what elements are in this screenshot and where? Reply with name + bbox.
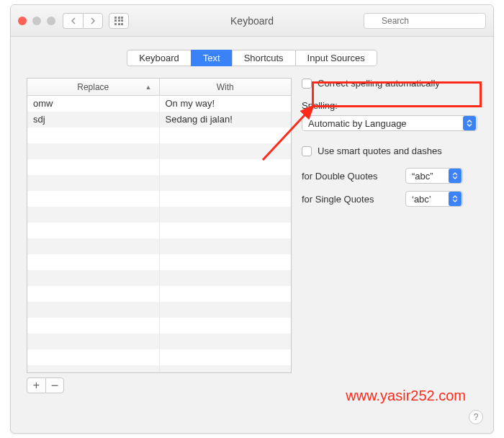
- double-quotes-row: for Double Quotes “abc”: [302, 168, 477, 184]
- titlebar: Keyboard: [11, 5, 493, 37]
- spelling-select[interactable]: Automatic by Language: [302, 115, 477, 131]
- column-replace[interactable]: Replace ▲: [27, 79, 160, 95]
- spelling-label: Spelling:: [302, 100, 477, 111]
- spelling-value: Automatic by Language: [308, 118, 462, 129]
- table-row: [27, 334, 291, 349]
- single-quotes-row: for Single Quotes ‘abc’: [302, 191, 477, 207]
- remove-button[interactable]: −: [45, 377, 64, 393]
- table-footer: + −: [27, 377, 292, 393]
- window-title: Keyboard: [230, 15, 274, 27]
- table-row: [27, 286, 291, 302]
- replacements-table: Replace ▲ With omw On my way! sdj Sedang…: [27, 78, 292, 373]
- cell-with: Sedang di jalan!: [160, 112, 292, 128]
- tab-bar: Keyboard Text Shortcuts Input Sources: [127, 50, 377, 66]
- table-row: [27, 349, 291, 365]
- table-row: [27, 175, 291, 191]
- table-row: [27, 238, 291, 254]
- chevron-left-icon: [71, 17, 76, 24]
- correct-spelling-option[interactable]: Correct spelling automatically: [302, 78, 477, 89]
- smart-quotes-label: Use smart quotes and dashes: [318, 146, 442, 156]
- table-row: [27, 207, 291, 223]
- table-row: [27, 318, 291, 334]
- table-row[interactable]: sdj Sedang di jalan!: [27, 112, 291, 128]
- table-row: [27, 128, 291, 143]
- table-header: Replace ▲ With: [27, 79, 291, 96]
- correct-spelling-label: Correct spelling automatically: [318, 78, 440, 89]
- window-controls: [18, 17, 55, 25]
- double-quotes-value: “abc”: [412, 171, 448, 182]
- select-arrows-icon: [449, 169, 462, 183]
- minimize-button[interactable]: [32, 17, 41, 25]
- single-quotes-select[interactable]: ‘abc’: [405, 191, 463, 207]
- tab-keyboard[interactable]: Keyboard: [127, 50, 191, 66]
- chevron-right-icon: [90, 17, 96, 24]
- add-button[interactable]: +: [27, 377, 45, 393]
- table-row: [27, 191, 291, 207]
- table-row: [27, 302, 291, 318]
- help-button[interactable]: ?: [469, 410, 483, 424]
- zoom-button[interactable]: [47, 17, 55, 25]
- cell-with: On my way!: [160, 96, 292, 112]
- back-button[interactable]: [63, 13, 83, 29]
- table-row: [27, 270, 291, 286]
- search-input[interactable]: [364, 13, 486, 29]
- forward-button[interactable]: [83, 13, 103, 29]
- single-quotes-value: ‘abc’: [412, 194, 448, 205]
- smart-quotes-option[interactable]: Use smart quotes and dashes: [302, 146, 477, 156]
- table-row: [27, 365, 291, 372]
- cell-replace: sdj: [27, 112, 160, 128]
- show-all-button[interactable]: [109, 13, 129, 29]
- column-with[interactable]: With: [160, 79, 292, 95]
- grid-icon: [114, 17, 123, 25]
- preferences-window: Keyboard Keyboard Text Shortcuts Input S…: [10, 4, 494, 434]
- double-quotes-select[interactable]: “abc”: [405, 168, 463, 184]
- table-row: [27, 254, 291, 270]
- close-button[interactable]: [18, 17, 27, 25]
- select-arrows-icon: [463, 116, 476, 130]
- column-replace-label: Replace: [77, 82, 109, 92]
- table-row: [27, 143, 291, 159]
- nav-buttons: [63, 13, 103, 29]
- table-row: [27, 159, 291, 175]
- tab-input-sources[interactable]: Input Sources: [295, 50, 377, 66]
- smart-quotes-checkbox[interactable]: [302, 146, 312, 156]
- single-quotes-label: for Single Quotes: [302, 194, 400, 205]
- watermark: www.yasir252.com: [346, 388, 466, 404]
- double-quotes-label: for Double Quotes: [302, 171, 400, 182]
- cell-replace: omw: [27, 96, 160, 112]
- select-arrows-icon: [449, 192, 462, 206]
- table-row[interactable]: omw On my way!: [27, 96, 291, 112]
- correct-spelling-checkbox[interactable]: [302, 79, 312, 89]
- tab-text[interactable]: Text: [191, 50, 232, 66]
- sort-indicator-icon: ▲: [145, 79, 152, 96]
- tab-shortcuts[interactable]: Shortcuts: [232, 50, 295, 66]
- table-row: [27, 223, 291, 238]
- table-body[interactable]: omw On my way! sdj Sedang di jalan!: [27, 96, 291, 372]
